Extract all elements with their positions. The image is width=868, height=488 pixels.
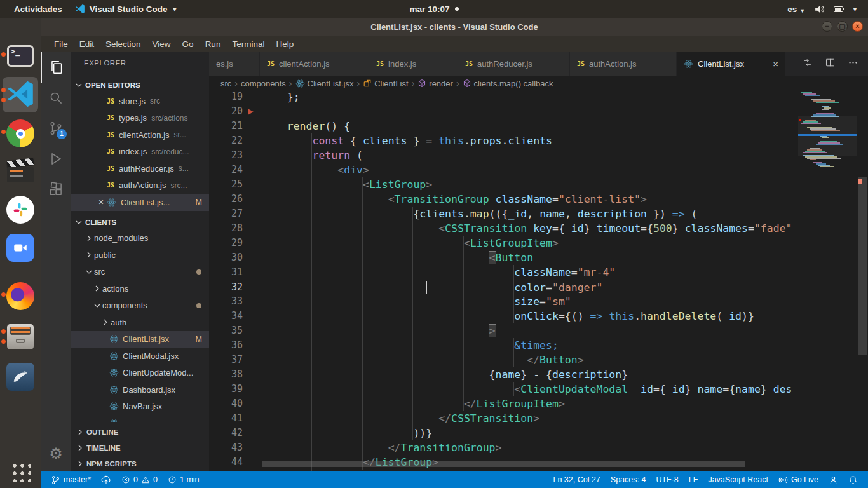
code-line[interactable]: 38{name} - {description} xyxy=(209,367,839,382)
code-line[interactable]: 19}; xyxy=(209,91,839,104)
menu-edit[interactable]: Edit xyxy=(74,39,100,49)
status-spaces-4[interactable]: Spaces: 4 xyxy=(606,471,651,488)
menu-selection[interactable]: Selection xyxy=(100,39,147,49)
code-line[interactable]: 26<TransitionGroup className="client-lis… xyxy=(209,192,839,207)
keyboard-layout-button[interactable]: es ▼ xyxy=(787,4,805,14)
open-editor-item[interactable]: JSstore.jssrc xyxy=(71,93,209,110)
dock-item-firefox[interactable] xyxy=(0,280,41,313)
code-line[interactable]: 37</Button> xyxy=(209,353,839,367)
dock-item-file-manager[interactable] xyxy=(0,320,41,353)
system-menu-button[interactable]: ▼ xyxy=(852,6,858,13)
minimap-viewport[interactable] xyxy=(798,116,857,156)
close-button[interactable]: × xyxy=(852,21,863,32)
tab-es-js[interactable]: es.js xyxy=(209,52,260,76)
menu-terminal[interactable]: Terminal xyxy=(226,39,270,49)
activitybar-explorer[interactable] xyxy=(41,52,71,83)
panel-timeline[interactable]: TIMELINE xyxy=(71,440,209,456)
tree-folder-actions[interactable]: actions xyxy=(71,280,209,297)
close-icon[interactable]: × xyxy=(95,197,107,207)
dock-item-zoom[interactable] xyxy=(0,231,41,264)
menu-run[interactable]: Run xyxy=(200,39,227,49)
status-publish[interactable] xyxy=(96,471,116,488)
code-line[interactable]: 28<CSSTransition key={_id} timeout={500}… xyxy=(209,221,839,236)
code-line[interactable]: 30<Button xyxy=(209,250,839,265)
dock-item-mysql-workbench[interactable] xyxy=(0,360,41,393)
code-editor[interactable]: 19};2021render() {22const { clients } = … xyxy=(209,91,850,471)
tree-folder-src[interactable]: src xyxy=(71,264,209,281)
code-line[interactable]: 24<div> xyxy=(209,163,839,177)
tab-authAction-js[interactable]: JSauthAction.js xyxy=(570,52,677,76)
breadcrumb-item[interactable]: render xyxy=(417,79,453,88)
status-utf-8[interactable]: UTF-8 xyxy=(651,471,683,488)
code-line[interactable]: 33size="sm" xyxy=(209,294,839,309)
code-line[interactable]: 41</CSSTransition> xyxy=(209,411,839,426)
open-editor-item[interactable]: JSindex.jssrc/reduc... xyxy=(71,144,209,161)
volume-icon[interactable] xyxy=(814,4,825,15)
open-editor-item[interactable]: JStypes.jssrc/actions xyxy=(71,110,209,127)
tree-file-ClientList.jsx[interactable]: ClientList.jsxM xyxy=(71,331,209,348)
open-editor-item[interactable]: JSauthAction.jssrc... xyxy=(71,177,209,194)
status-bell[interactable] xyxy=(843,471,863,488)
clock-button[interactable]: mar 10:07 xyxy=(409,4,458,14)
panel-outline[interactable]: OUTLINE xyxy=(71,424,209,440)
code-line[interactable]: 20 xyxy=(209,104,839,119)
tree-folder-components[interactable]: components xyxy=(71,297,209,315)
split-editor-button[interactable] xyxy=(825,57,836,71)
open-editor-item[interactable]: JSauthReducer.jss... xyxy=(71,160,209,177)
code-line[interactable]: 35> xyxy=(209,323,839,338)
status-lf[interactable]: LF xyxy=(684,471,703,488)
dock-item-vscode[interactable] xyxy=(0,79,41,112)
code-line[interactable]: 31className="mr-4" xyxy=(209,265,839,280)
status-problems[interactable]: 00 xyxy=(116,471,163,488)
maximize-button[interactable]: ▢ xyxy=(837,21,848,32)
code-line[interactable]: 32color="danger" xyxy=(209,280,839,294)
tree-file-ClientUpdateMod...[interactable]: ClientUpdateMod... xyxy=(71,365,209,382)
dock-item-chrome[interactable] xyxy=(0,117,41,150)
dock-item-slack[interactable] xyxy=(0,193,41,226)
open-changes-button[interactable] xyxy=(802,57,813,71)
code-line[interactable]: 21render() { xyxy=(209,119,839,133)
activitybar-extensions[interactable] xyxy=(41,174,71,205)
scrollbar-slider[interactable] xyxy=(858,177,867,355)
code-line[interactable]: 39<ClientUpdateModal _id={_id} name={nam… xyxy=(209,382,839,396)
project-section-header[interactable]: CLIENTS xyxy=(71,215,209,230)
menu-help[interactable]: Help xyxy=(270,39,299,49)
tree-file-Dashboard.jsx[interactable]: Dashboard.jsx xyxy=(71,381,209,398)
code-line[interactable]: 36&times; xyxy=(209,338,839,353)
tab-clientAction-js[interactable]: JSclientAction.js xyxy=(260,52,369,76)
tree-folder-node_modules[interactable]: node_modules xyxy=(71,230,209,247)
status-clock[interactable]: 1 min xyxy=(163,471,205,488)
code-line[interactable]: 27{clients.map(({_id, name, description … xyxy=(209,207,839,221)
activities-button[interactable]: Actividades xyxy=(14,4,62,14)
activitybar-source-control[interactable]: 1 xyxy=(41,113,71,144)
breadcrumb[interactable]: src›components›ClientList.jsx›ClientList… xyxy=(209,76,868,91)
code-line[interactable]: 34onClick={() => this.handleDelete(_id)} xyxy=(209,309,839,323)
breadcrumb-item[interactable]: components xyxy=(241,79,286,88)
horizontal-scrollbar[interactable] xyxy=(262,461,745,467)
breadcrumb-item[interactable]: src xyxy=(220,79,231,88)
tree-file-NavBar.jsx[interactable]: NavBar.jsx xyxy=(71,398,209,416)
menu-go[interactable]: Go xyxy=(177,39,200,49)
tab-ClientList-jsx[interactable]: ClientList.jsx× xyxy=(677,52,786,76)
status-go-live[interactable]: Go Live xyxy=(773,471,824,488)
code-line[interactable]: 22const { clients } = this.props.clients xyxy=(209,133,839,148)
breadcrumb-item[interactable]: ClientList xyxy=(363,79,408,88)
open-editor-item[interactable]: JSclientAction.jssr... xyxy=(71,126,209,144)
activitybar-search[interactable] xyxy=(41,83,71,113)
dock-item-terminal[interactable]: >_ xyxy=(0,39,41,72)
code-line[interactable]: 43</TransitionGroup> xyxy=(209,440,839,455)
status-javascript-react[interactable]: JavaScript React xyxy=(703,471,773,488)
code-line[interactable]: 40</ListGroupItem> xyxy=(209,396,839,411)
status-ln-32-col-27[interactable]: Ln 32, Col 27 xyxy=(548,471,605,488)
minimize-button[interactable]: − xyxy=(822,21,832,32)
minimap[interactable] xyxy=(798,91,857,471)
status-git-branch[interactable]: master* xyxy=(46,471,96,488)
dock-item-video-editor[interactable] xyxy=(0,155,41,188)
tree-file-clipped[interactable] xyxy=(71,415,209,422)
menu-file[interactable]: File xyxy=(48,39,74,49)
breadcrumb-item[interactable]: clients.map() callback xyxy=(463,79,553,88)
app-menu-button[interactable]: Visual Studio Code ▼ xyxy=(75,4,178,14)
window-titlebar[interactable]: ClientList.jsx - clients - Visual Studio… xyxy=(41,18,868,36)
code-line[interactable]: 25<ListGroup> xyxy=(209,177,839,192)
tree-folder-public[interactable]: public xyxy=(71,247,209,264)
